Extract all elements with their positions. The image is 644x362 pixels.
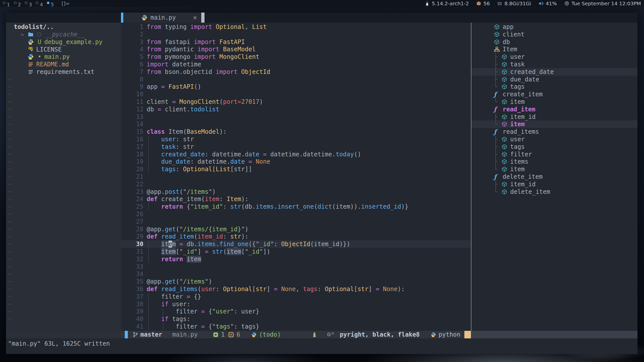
- symbol-delete_item[interactable]: └delete_item: [471, 188, 637, 196]
- code-line-8[interactable]: 8: [121, 76, 471, 83]
- code-text: from bson.objectid import ObjectId: [147, 68, 270, 75]
- tree-item-requirements-txt[interactable]: requirements.txt: [6, 68, 121, 76]
- code-line-15[interactable]: 15class Item(BaseModel):: [121, 128, 471, 135]
- code-editor[interactable]: 1from typing import Optional, List23from…: [121, 23, 471, 331]
- field-cube-icon: [501, 84, 508, 90]
- code-line-10[interactable]: 10: [121, 90, 471, 98]
- symbol-delete_item[interactable]: ƒdelete_item: [471, 173, 637, 180]
- symbol-create_item[interactable]: ƒcreate_item: [471, 90, 637, 98]
- code-line-4[interactable]: 4from pydantic import BaseModel: [121, 46, 471, 53]
- workspace-1[interactable]: 1: [3, 2, 10, 8]
- symbol-label: item: [510, 121, 525, 128]
- code-line-2[interactable]: 2: [121, 31, 471, 38]
- symbol-tags[interactable]: ├tags: [471, 143, 637, 151]
- code-line-23[interactable]: 23@app.post("/items"): [121, 188, 471, 196]
- symbol-label: delete_item: [503, 173, 543, 180]
- tree-item-debug-example-py[interactable]: Udebug_example.py: [6, 38, 121, 46]
- empty-line-tilde: ~: [8, 225, 16, 233]
- code-line-17[interactable]: 17 task: str: [121, 143, 471, 151]
- tree-connector: └: [494, 98, 501, 105]
- code-line-35[interactable]: 35@app.get("/items"): [121, 278, 471, 285]
- code-line-32[interactable]: 32 return item: [121, 255, 471, 263]
- symbol-db[interactable]: db: [471, 38, 637, 46]
- code-line-16[interactable]: 16 user: str: [121, 135, 471, 143]
- code-text: client = MongoClient(port=27017): [147, 98, 263, 105]
- code-line-38[interactable]: 38 if user:: [121, 300, 471, 308]
- workspace-5[interactable]: 5: [47, 2, 54, 8]
- symbol-task[interactable]: ├task: [471, 61, 637, 68]
- code-line-37[interactable]: 37 filter = {}: [121, 293, 471, 300]
- symbol-filter[interactable]: ├filter: [471, 151, 637, 158]
- symbol-item[interactable]: └item: [471, 120, 637, 128]
- symbol-created_date[interactable]: ├created_date: [471, 68, 637, 76]
- code-line-36[interactable]: 36def read_items(user: Optional[str] = N…: [121, 285, 471, 293]
- tree-item-README-md[interactable]: README.md: [6, 61, 121, 68]
- workspace-3[interactable]: 3: [25, 2, 32, 8]
- code-line-40[interactable]: 40 if tags:: [121, 315, 471, 323]
- tree-item-LICENSE[interactable]: LICENSE: [6, 46, 121, 53]
- symbol-label: tags: [510, 143, 525, 150]
- code-line-25[interactable]: 25 return {"item_id": str(db.items.inser…: [121, 203, 471, 210]
- workspace-2[interactable]: 2: [14, 2, 21, 8]
- code-line-1[interactable]: 1from typing import Optional, List: [121, 23, 471, 31]
- code-line-31[interactable]: 31 item["_id"] = str(item["_id"]): [121, 248, 471, 255]
- symbol-read_items[interactable]: ƒread_items: [471, 128, 637, 135]
- line-number: 14: [121, 120, 143, 128]
- symbol-item_id[interactable]: ├item_id: [471, 180, 637, 188]
- code-line-18[interactable]: 18 created_date: datetime.date = datetim…: [121, 151, 471, 158]
- code-text: from pymongo import MongoClient: [147, 53, 259, 60]
- line-number: 39: [121, 308, 143, 315]
- code-line-30[interactable]: 30 item = db.items.find_one({"_id": Obje…: [121, 240, 471, 248]
- code-line-11[interactable]: 11client = MongoClient(port=27017): [121, 98, 471, 106]
- code-line-22[interactable]: 22: [121, 180, 471, 188]
- code-text: if tags:: [147, 315, 190, 323]
- code-line-14[interactable]: 14: [121, 120, 471, 128]
- module-package: 56: [476, 1, 490, 7]
- workspace-4[interactable]: 4: [36, 2, 43, 8]
- tree-item-main-py[interactable]: •main.py: [6, 53, 121, 61]
- code-line-24[interactable]: 24def create_item(item: Item):: [121, 195, 471, 203]
- code-text: created_date: datetime.date = datetime.d…: [147, 151, 361, 158]
- code-line-9[interactable]: 9app = FastAPI(): [121, 83, 471, 90]
- code-line-7[interactable]: 7from bson.objectid import ObjectId: [121, 68, 471, 76]
- code-line-19[interactable]: 19 due_date: datetime.date = None: [121, 158, 471, 165]
- tab-close-icon[interactable]: ×: [193, 14, 197, 21]
- module-clock: Tue September 14 12:03PM: [564, 1, 641, 7]
- symbol-item[interactable]: └item: [471, 98, 637, 106]
- symbol-label: due_date: [510, 76, 539, 83]
- symbol-user[interactable]: ├user: [471, 53, 637, 61]
- code-line-29[interactable]: 29def read_item(item_id: str):: [121, 233, 471, 240]
- code-line-27[interactable]: 27: [121, 218, 471, 225]
- symbol-read_item[interactable]: ƒread_item: [471, 106, 637, 113]
- symbol-item[interactable]: └item: [471, 165, 637, 173]
- code-line-34[interactable]: 34: [121, 270, 471, 278]
- filetree-root[interactable]: todolist/..: [14, 23, 54, 31]
- code-line-6[interactable]: 6import datetime: [121, 61, 471, 68]
- symbol-app[interactable]: app: [471, 23, 637, 31]
- code-line-39[interactable]: 39 filter = {"user": user}: [121, 308, 471, 315]
- code-line-13[interactable]: 13: [121, 113, 471, 121]
- code-line-5[interactable]: 5from pymongo import MongoClient: [121, 53, 471, 61]
- symbol-tags[interactable]: └tags: [471, 83, 637, 90]
- symbol-user[interactable]: ├user: [471, 135, 637, 143]
- symbol-due_date[interactable]: ├due_date: [471, 76, 637, 83]
- symbol-items[interactable]: ├items: [471, 158, 637, 165]
- code-line-20[interactable]: 20 tags: Optional[List[str]]: [121, 165, 471, 173]
- code-line-3[interactable]: 3from fastapi import FastAPI: [121, 38, 471, 46]
- code-line-12[interactable]: 12db = client.todolist: [121, 106, 471, 113]
- tree-item--pycache-[interactable]: >__pycache__: [6, 31, 121, 38]
- code-line-26[interactable]: 26: [121, 210, 471, 218]
- code-line-21[interactable]: 21: [121, 173, 471, 180]
- indent-guide: [148, 293, 149, 300]
- code-line-33[interactable]: 33: [121, 263, 471, 270]
- empty-line-tilde: ~: [8, 151, 16, 158]
- code-line-28[interactable]: 28@app.get("/items/{item_id}"): [121, 225, 471, 233]
- symbol-item_id[interactable]: ├item_id: [471, 113, 637, 121]
- empty-line-tilde: ~: [8, 173, 16, 180]
- field-cube-icon: [501, 151, 508, 157]
- symbol-client[interactable]: client: [471, 31, 637, 38]
- tab-main-py[interactable]: main.py ×: [123, 13, 201, 23]
- symbol-label: filter: [510, 151, 532, 158]
- symbol-Item[interactable]: Item: [471, 46, 637, 53]
- code-line-41[interactable]: 41 filter = {"tags": tags}: [121, 323, 471, 330]
